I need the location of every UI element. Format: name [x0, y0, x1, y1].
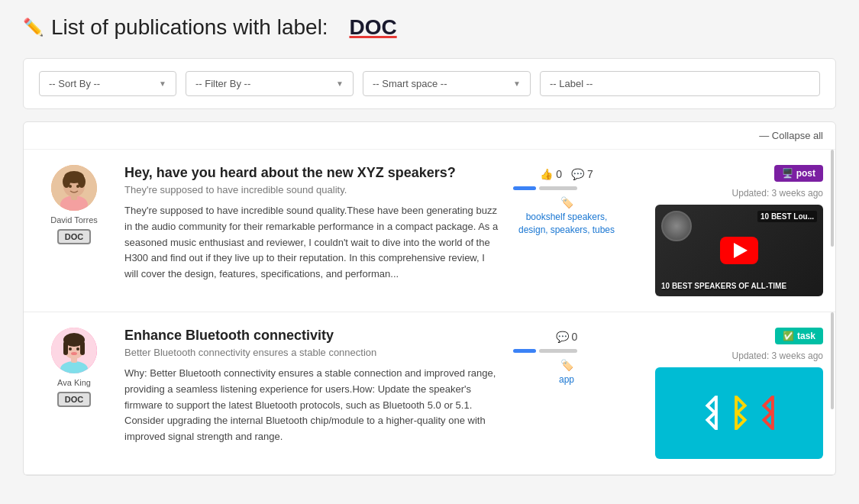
progress-bar — [513, 349, 620, 353]
svg-rect-15 — [80, 341, 85, 355]
item-body: They're supposed to have incredible soun… — [124, 203, 501, 283]
progress-filled — [513, 186, 536, 190]
publication-item: David Torres DOC Hey, have you heard abo… — [24, 150, 835, 312]
comment-icon: 💬 — [571, 168, 584, 180]
bt-white-icon: ᛒ — [700, 393, 722, 435]
tag-link[interactable]: design, — [518, 225, 548, 235]
progress-filled — [513, 349, 536, 353]
svg-point-17 — [76, 347, 79, 351]
scrollbar[interactable] — [831, 150, 834, 247]
item-content: Hey, have you heard about the new XYZ sp… — [124, 165, 501, 296]
filter-chevron-icon: ▼ — [336, 79, 344, 88]
item-right: 🖥️ post Updated: 3 weeks ago 10 BEST Lou… — [632, 165, 823, 296]
label-select-label: -- Label -- — [550, 78, 593, 89]
tags-area: 🏷️ app — [559, 359, 574, 385]
tag-link[interactable]: speakers, — [551, 225, 590, 235]
item-subtitle: They're supposed to have incredible soun… — [124, 184, 501, 195]
sort-by-select[interactable]: -- Sort By -- ▼ — [39, 71, 176, 96]
meta-stats: 💬 0 — [556, 331, 578, 343]
item-subtitle: Better Bluetooth connectivity ensures a … — [124, 347, 501, 358]
comments-count: 0 — [572, 331, 578, 343]
title-prefix: List of publications with label: — [51, 15, 328, 40]
meta-stats: 👍 0 💬 7 — [540, 168, 593, 180]
filter-by-select[interactable]: -- Filter By -- ▼ — [186, 71, 354, 96]
updated-text: Updated: 3 weeks ago — [732, 351, 823, 361]
smart-space-select[interactable]: -- Smart space -- ▼ — [363, 71, 531, 96]
thumbs-up-icon: 👍 — [540, 168, 553, 180]
post-label: post — [796, 168, 815, 179]
scrollbar[interactable] — [831, 312, 834, 409]
comments-count: 7 — [587, 168, 593, 180]
author-name: David Torres — [50, 215, 98, 225]
thumbnail-bottom-label: 10 BEST SPEAKERS OF ALL-TIME — [661, 282, 817, 290]
avatar — [51, 328, 97, 373]
item-meta: 👍 0 💬 7 🏷️ bookshelf speakers, — [513, 165, 620, 296]
type-badge-task[interactable]: ✅ task — [775, 328, 823, 344]
likes-stat: 👍 0 — [540, 168, 562, 180]
comment-icon: 💬 — [556, 331, 569, 343]
play-button[interactable] — [720, 237, 758, 264]
page-container: ✏️ List of publications with label: DOC … — [0, 0, 859, 504]
item-body: Why: Better Bluetooth connectivity ensur… — [124, 366, 501, 445]
comments-stat: 💬 0 — [556, 331, 578, 343]
filter-by-label: -- Filter By -- — [195, 78, 250, 89]
bt-red-icon: ᛒ — [757, 393, 779, 435]
progress-bar — [513, 186, 620, 190]
avatar — [51, 165, 97, 211]
updated-text: Updated: 3 weeks ago — [732, 188, 823, 199]
page-title: ✏️ List of publications with label: DOC — [23, 15, 836, 40]
play-triangle-icon — [734, 243, 748, 258]
smart-space-label: -- Smart space -- — [373, 78, 447, 89]
task-icon: ✅ — [783, 331, 794, 341]
thumbnail[interactable]: 10 BEST Lou... 10 BEST SPEAKERS OF ALL-T… — [655, 205, 823, 296]
tags-list: app — [559, 374, 574, 385]
author-name: Ava King — [57, 378, 91, 387]
svg-point-8 — [76, 185, 79, 188]
publication-item: Ava King DOC Enhance Bluetooth connectiv… — [24, 312, 835, 475]
item-author-section: David Torres DOC — [36, 165, 112, 296]
svg-point-16 — [69, 347, 72, 351]
comments-stat: 💬 7 — [571, 168, 593, 180]
filters-bar: -- Sort By -- ▼ -- Filter By -- ▼ -- Sma… — [23, 58, 836, 109]
smart-space-chevron-icon: ▼ — [513, 79, 521, 88]
item-title[interactable]: Enhance Bluetooth connectivity — [124, 328, 501, 344]
sort-chevron-icon: ▼ — [159, 79, 166, 88]
thumbnail[interactable]: ᛒ ᛒ ᛒ — [655, 367, 823, 459]
item-content: Enhance Bluetooth connectivity Better Bl… — [124, 328, 501, 459]
post-icon: 🖥️ — [782, 168, 793, 179]
svg-point-7 — [69, 185, 72, 188]
sort-by-label: -- Sort By -- — [49, 78, 100, 89]
collapse-all-link[interactable]: — Collapse all — [759, 130, 823, 141]
label-select[interactable]: -- Label -- — [540, 71, 820, 96]
tags-area: 🏷️ bookshelf speakers, design, speakers,… — [513, 196, 620, 235]
progress-empty — [539, 186, 577, 190]
item-meta: 💬 0 🏷️ app — [513, 328, 620, 459]
tag-link[interactable]: bookshelf speakers, — [526, 212, 608, 222]
item-author-section: Ava King DOC — [36, 328, 112, 459]
tag-link[interactable]: tubes — [593, 225, 615, 235]
tag-icon: 🏷️ — [560, 359, 573, 371]
doc-badge[interactable]: DOC — [57, 229, 91, 244]
item-right: ✅ task Updated: 3 weeks ago ᛒ ᛒ ᛒ — [632, 328, 823, 459]
tag-link[interactable]: app — [559, 374, 574, 385]
likes-count: 0 — [556, 168, 562, 180]
task-label: task — [797, 331, 815, 341]
type-badge-post[interactable]: 🖥️ post — [774, 165, 823, 182]
svg-rect-14 — [63, 341, 68, 355]
tag-icon: 🏷️ — [560, 196, 573, 208]
title-label: DOC — [349, 15, 396, 40]
collapse-bar: — Collapse all — [24, 122, 835, 150]
tags-list: bookshelf speakers, design, speakers, tu… — [513, 212, 620, 235]
speaker-image — [661, 211, 692, 241]
content-area: — Collapse all — [23, 121, 836, 476]
svg-point-18 — [71, 352, 77, 355]
progress-empty — [539, 349, 577, 353]
thumbnail-title: 10 BEST Lou... — [757, 211, 817, 222]
doc-badge[interactable]: DOC — [57, 392, 91, 407]
item-title[interactable]: Hey, have you heard about the new XYZ sp… — [124, 165, 501, 181]
bt-yellow-icon: ᛒ — [728, 393, 751, 435]
edit-icon[interactable]: ✏️ — [23, 18, 44, 37]
